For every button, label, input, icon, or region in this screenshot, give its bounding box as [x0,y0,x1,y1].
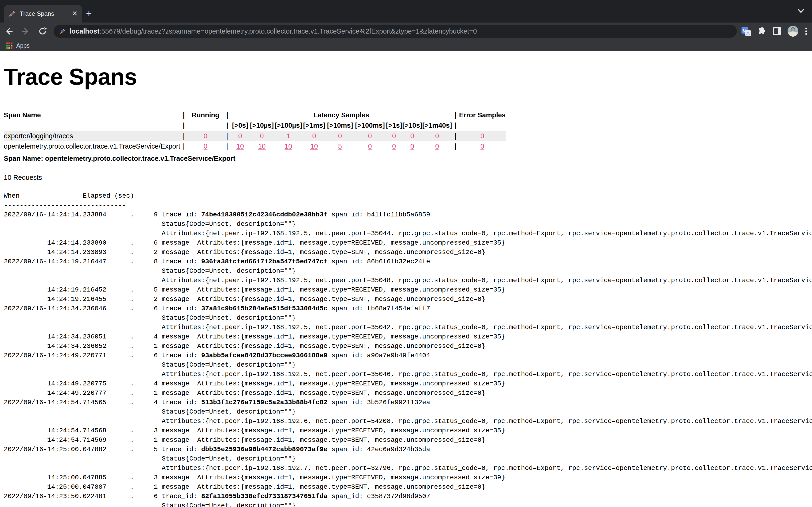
span-name-cell: opentelemetry.proto.collector.trace.v1.T… [4,141,180,151]
bucket-count: 0 [326,131,354,141]
pipe: | [224,131,231,141]
col-span-name: Span Name [4,110,180,120]
bucket-label: [>10µs] [250,120,274,131]
sample-count-link[interactable]: 0 [338,132,342,139]
menu-icon[interactable] [805,26,808,36]
apps-grid-icon [6,43,12,49]
browser-toolbar: localhost:55679/debug/tracez?zspanname=o… [0,22,812,40]
sample-count-link[interactable]: 10 [285,143,292,150]
bucket-count: 0 [386,141,402,151]
bucket-count: 10 [274,141,302,151]
translate-icon[interactable]: G 文 [742,26,751,36]
avatar[interactable] [788,26,798,37]
bucket-label: [>10s] [402,120,422,131]
running-count: 0 [187,131,224,141]
sample-count-link[interactable]: 0 [312,132,316,139]
sample-count-link[interactable]: 0 [368,143,372,150]
sample-count-link[interactable]: 0 [480,132,484,139]
bucket-count: 0 [231,131,250,141]
sample-count-link[interactable]: 0 [410,132,414,139]
pipe: | [224,110,231,120]
bucket-label: [>1ms] [302,120,326,131]
new-tab-button[interactable]: + [86,9,92,19]
selected-span-label: Span Name: opentelemetry.proto.collector… [4,155,812,162]
span-row: opentelemetry.proto.collector.trace.v1.T… [4,141,506,151]
pipe: | [224,120,231,131]
bucket-label: [>1s] [386,120,402,131]
tab-title: Trace Spans [20,10,72,17]
pipe: | [180,110,187,120]
sample-count-link[interactable]: 0 [204,132,207,139]
sample-count-link[interactable]: 0 [260,132,264,139]
bucket-count: 5 [326,141,354,151]
otel-favicon [8,10,16,17]
extensions-icon[interactable] [757,26,766,36]
url-bar[interactable]: localhost:55679/debug/tracez?zspanname=o… [54,25,737,38]
bucket-count: 0 [402,131,422,141]
browser-tab[interactable]: Trace Spans ✕ [4,5,82,22]
tab-close-icon[interactable]: ✕ [72,10,78,17]
bucket-count: 10 [250,141,274,151]
bucket-count: 0 [354,131,386,141]
requests-count: 10 Requests [4,174,812,181]
pipe: | [452,120,459,131]
bookmarks-apps-button[interactable]: Apps [16,42,30,49]
sample-count-link[interactable]: 0 [392,143,396,150]
bucket-count: 0 [302,131,326,141]
pipe: | [180,141,187,151]
latency-samples-table: Span Name | Running | Latency Samples | … [4,110,506,151]
bucket-label: [>100ms] [354,120,386,131]
pipe: | [180,131,187,141]
sample-count-link[interactable]: 10 [236,143,244,150]
tab-strip: Trace Spans ✕ + [0,0,812,22]
bucket-label: [>10ms] [326,120,354,131]
sample-count-link[interactable]: 10 [258,143,265,150]
sample-count-link[interactable]: 0 [392,132,396,139]
requests-listing: When Elapsed (sec) ---------------------… [4,191,812,507]
bucket-count: 1 [274,131,302,141]
running-count: 0 [187,141,224,151]
url-text: localhost:55679/debug/tracez?zspanname=o… [69,27,477,35]
otel-favicon [59,28,66,35]
pipe: | [452,131,459,141]
pipe: | [224,141,231,151]
sample-count-link[interactable]: 5 [338,143,342,150]
table-header-row: Span Name | Running | Latency Samples | … [4,110,506,120]
error-count: 0 [459,131,506,141]
sample-count-link[interactable]: 0 [410,143,414,150]
sample-count-link[interactable]: 0 [204,143,207,150]
side-panel-icon[interactable] [772,27,781,36]
bucket-count: 0 [422,131,452,141]
pipe: | [452,110,459,120]
bucket-count: 0 [402,141,422,151]
bucket-count: 0 [250,131,274,141]
page-title: Trace Spans [4,51,812,90]
col-error-samples: Error Samples [459,110,506,120]
bucket-count: 0 [386,131,402,141]
sample-count-link[interactable]: 10 [310,143,318,150]
sample-count-link[interactable]: 0 [435,143,439,150]
reload-icon[interactable] [38,27,47,36]
pipe: | [180,120,187,131]
bookmarks-bar: Apps [0,40,812,51]
sample-count-link[interactable]: 1 [287,132,290,139]
sample-count-link[interactable]: 0 [435,132,439,139]
bucket-count: 0 [354,141,386,151]
span-name-cell: exporter/logging/traces [4,131,180,141]
pipe: | [452,141,459,151]
bucket-count: 10 [302,141,326,151]
forward-icon[interactable] [21,27,30,36]
error-count: 0 [459,141,506,151]
bucket-count: 10 [231,141,250,151]
col-latency-samples: Latency Samples [231,110,452,120]
col-running: Running [187,110,224,120]
sample-count-link[interactable]: 0 [368,132,372,139]
bucket-label: [>1m40s] [422,120,452,131]
chevron-down-icon[interactable] [797,8,805,14]
bucket-label: [>0s] [231,120,250,131]
bucket-count: 0 [422,141,452,151]
bucket-header-row: ||[>0s][>10µs][>100µs][>1ms][>10ms][>100… [4,120,506,131]
sample-count-link[interactable]: 0 [480,143,484,150]
back-icon[interactable] [4,27,13,36]
sample-count-link[interactable]: 0 [238,132,242,139]
